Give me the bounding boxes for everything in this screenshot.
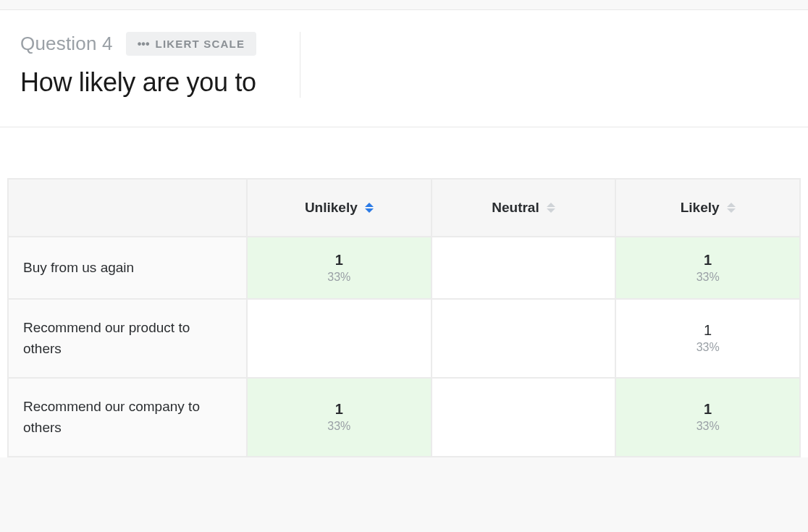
- cell-percent: 33%: [623, 271, 792, 284]
- question-number: Question 4: [20, 33, 113, 55]
- likert-results-table: UnlikelyNeutralLikely Buy from us again1…: [7, 178, 801, 457]
- data-cell: 133%: [247, 378, 432, 457]
- row-label: Recommend our company to others: [8, 378, 247, 457]
- data-cell: 133%: [247, 237, 432, 299]
- cell-percent: 33%: [255, 420, 424, 433]
- cell-count: 1: [623, 401, 792, 418]
- column-label: Unlikely: [305, 200, 358, 216]
- sort-icon[interactable]: [365, 203, 374, 213]
- data-cell: [432, 299, 616, 378]
- top-strip: [0, 0, 808, 10]
- column-header[interactable]: Likely: [615, 179, 800, 237]
- question-type-label: LIKERT SCALE: [156, 38, 245, 50]
- corner-cell: [8, 179, 247, 237]
- sort-icon[interactable]: [547, 203, 555, 213]
- cell-count: 1: [623, 322, 792, 339]
- sort-icon[interactable]: [727, 203, 736, 213]
- table-row: Recommend our product to others133%: [8, 299, 800, 378]
- cell-percent: 33%: [623, 341, 792, 354]
- column-header[interactable]: Unlikely: [247, 179, 432, 237]
- cell-percent: 33%: [623, 420, 792, 433]
- data-cell: [247, 299, 432, 378]
- cell-count: 1: [255, 401, 424, 418]
- data-cell: 133%: [615, 299, 800, 378]
- column-label: Likely: [681, 200, 720, 216]
- column-header[interactable]: Neutral: [432, 179, 616, 237]
- data-cell: 133%: [615, 378, 800, 457]
- data-cell: [432, 378, 616, 457]
- row-label: Recommend our product to others: [8, 299, 247, 378]
- cell-count: 1: [255, 252, 424, 269]
- cell-count: 1: [623, 252, 792, 269]
- dots-icon: •••: [138, 38, 150, 50]
- cell-percent: 33%: [255, 271, 424, 284]
- table-row: Buy from us again133%133%: [8, 237, 800, 299]
- question-title: How likely are you to: [20, 67, 256, 98]
- row-label: Buy from us again: [8, 237, 247, 299]
- results-content: UnlikelyNeutralLikely Buy from us again1…: [0, 127, 808, 457]
- question-type-badge: ••• LIKERT SCALE: [126, 32, 256, 56]
- table-row: Recommend our company to others133%133%: [8, 378, 800, 457]
- data-cell: [432, 237, 616, 299]
- question-header: Question 4 ••• LIKERT SCALE How likely a…: [0, 10, 808, 127]
- data-cell: 133%: [615, 237, 800, 299]
- column-label: Neutral: [492, 200, 539, 216]
